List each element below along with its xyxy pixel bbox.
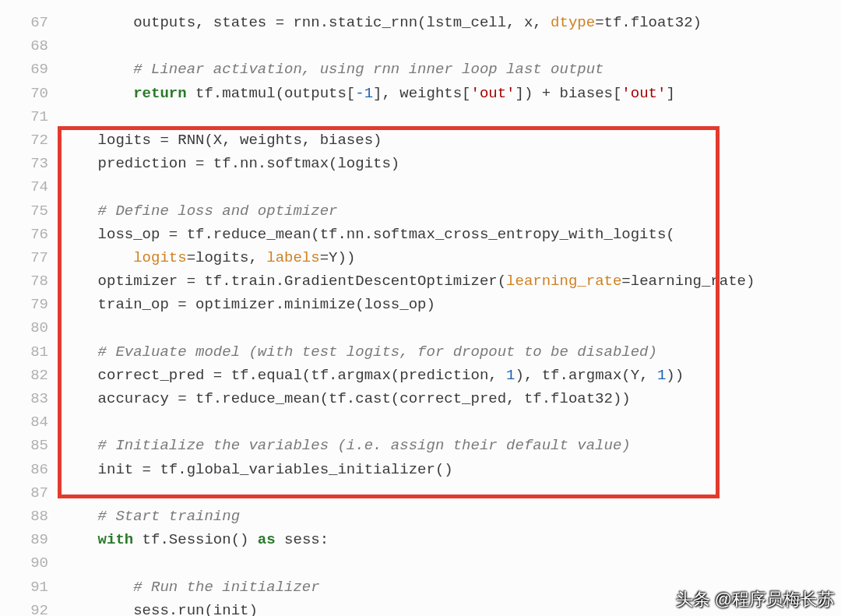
code-line: # Define loss and optimizer [62, 199, 841, 223]
line-number: 87 [0, 481, 48, 505]
code-line: loss_op = tf.reduce_mean(tf.nn.softmax_c… [62, 223, 841, 246]
line-number: 88 [0, 505, 48, 528]
line-number: 71 [0, 105, 48, 128]
code-line: logits = RNN(X, weights, biases) [62, 128, 841, 152]
line-number: 91 [0, 576, 48, 599]
code-line: accuracy = tf.reduce_mean(tf.cast(correc… [62, 387, 841, 410]
watermark: 头条 @程序员梅长苏 [676, 588, 835, 611]
code-line: # Start training [62, 505, 841, 528]
line-number: 67 [0, 11, 48, 34]
line-number: 86 [0, 458, 48, 481]
line-number: 81 [0, 340, 48, 364]
line-number-gutter: 6768697071727374757677787980818283848586… [0, 11, 62, 616]
line-number: 75 [0, 199, 48, 223]
code-line [62, 481, 841, 505]
code-area: outputs, states = rnn.static_rnn(lstm_ce… [62, 11, 841, 616]
code-line: train_op = optimizer.minimize(loss_op) [62, 293, 841, 316]
code-line: optimizer = tf.train.GradientDescentOpti… [62, 269, 841, 293]
code-line: # Linear activation, using rnn inner loo… [62, 58, 841, 81]
line-number: 85 [0, 434, 48, 457]
line-number: 69 [0, 58, 48, 81]
line-number: 77 [0, 246, 48, 269]
code-line: outputs, states = rnn.static_rnn(lstm_ce… [62, 11, 841, 34]
code-line [62, 410, 841, 434]
line-number: 72 [0, 128, 48, 152]
code-line [62, 551, 841, 575]
code-line: init = tf.global_variables_initializer() [62, 458, 841, 481]
code-line [62, 175, 841, 199]
code-line: # Evaluate model (with test logits, for … [62, 340, 841, 364]
code-line: # Initialize the variables (i.e. assign … [62, 434, 841, 457]
code-line: prediction = tf.nn.softmax(logits) [62, 152, 841, 175]
line-number: 74 [0, 175, 48, 199]
code-line: logits=logits, labels=Y)) [62, 246, 841, 269]
code-line: return tf.matmul(outputs[-1], weights['o… [62, 82, 841, 105]
code-editor: 6768697071727374757677787980818283848586… [0, 0, 841, 616]
code-line: correct_pred = tf.equal(tf.argmax(predic… [62, 364, 841, 387]
line-number: 70 [0, 82, 48, 105]
line-number: 83 [0, 387, 48, 410]
line-number: 90 [0, 551, 48, 575]
line-number: 68 [0, 34, 48, 58]
code-line [62, 316, 841, 340]
line-number: 89 [0, 528, 48, 551]
line-number: 73 [0, 152, 48, 175]
line-number: 82 [0, 364, 48, 387]
line-number: 80 [0, 316, 48, 340]
line-number: 78 [0, 269, 48, 293]
line-number: 79 [0, 293, 48, 316]
line-number: 92 [0, 599, 48, 616]
code-line [62, 34, 841, 58]
line-number: 84 [0, 410, 48, 434]
code-line: with tf.Session() as sess: [62, 528, 841, 551]
line-number: 76 [0, 223, 48, 246]
code-line [62, 105, 841, 128]
